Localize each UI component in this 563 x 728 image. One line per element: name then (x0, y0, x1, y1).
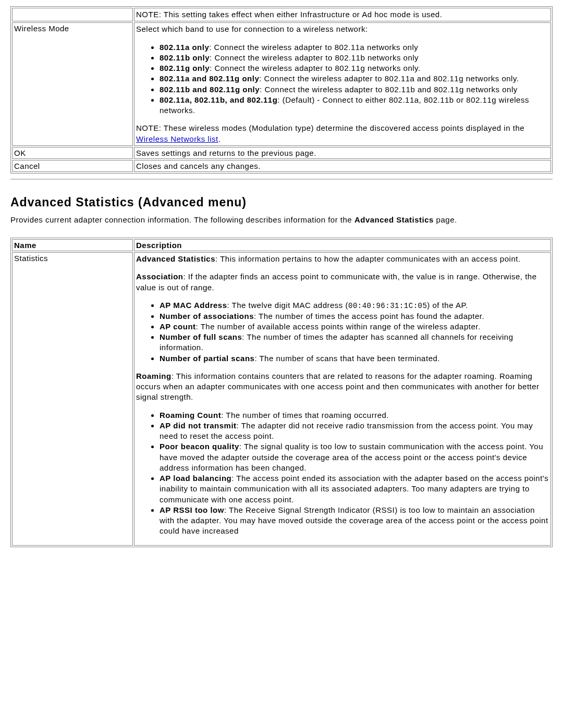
wireless-networks-link[interactable]: Wireless Networks list (136, 134, 218, 143)
list-item: Poor beacon quality: The signal quality … (160, 441, 549, 473)
list-item: Number of associations: The number of ti… (160, 311, 549, 322)
table-row: OK Saves settings and returns to the pre… (12, 147, 551, 159)
roaming-list: Roaming Count: The number of times that … (136, 410, 549, 537)
table-row: Cancel Closes and cancels any changes. (12, 160, 551, 172)
section-intro: Provides current adapter connection info… (10, 215, 553, 225)
list-item: AP load balancing: The access point ende… (160, 473, 549, 505)
setting-desc-cell: Saves settings and returns to the previo… (134, 147, 551, 159)
table-header-row: Name Description (12, 239, 551, 251)
intro-text: Select which band to use for connection … (136, 24, 549, 34)
note-text: NOTE: These wireless modes (Modulation t… (136, 123, 549, 144)
wireless-mode-list: 802.11a only: Connect the wireless adapt… (136, 42, 549, 116)
paragraph: Roaming: This information contains count… (136, 371, 549, 403)
section-heading: Advanced Statistics (Advanced menu) (10, 195, 553, 209)
column-header: Description (134, 239, 551, 251)
list-item: 802.11a and 802.11g only: Connect the wi… (160, 73, 549, 84)
statistics-table: Name Description Statistics Advanced Sta… (10, 238, 553, 547)
setting-desc-cell: Closes and cancels any changes. (134, 160, 551, 172)
association-list: AP MAC Address: The twelve digit MAC add… (136, 300, 549, 364)
list-item: 802.11a only: Connect the wireless adapt… (160, 42, 549, 53)
list-item: AP MAC Address: The twelve digit MAC add… (160, 300, 549, 311)
list-item: 802.11b only: Connect the wireless adapt… (160, 53, 549, 63)
list-item: AP count: The number of available access… (160, 322, 549, 332)
list-item: 802.11b and 802.11g only: Connect the wi… (160, 84, 549, 95)
setting-name-cell: Wireless Mode (12, 22, 133, 146)
stat-desc-cell: Advanced Statistics: This information pe… (134, 252, 551, 546)
column-header: Name (12, 239, 133, 251)
list-item: Roaming Count: The number of times that … (160, 410, 549, 421)
stat-name-cell: Statistics (12, 252, 133, 546)
list-item: Number of partial scans: The number of s… (160, 353, 549, 364)
table-row: Wireless Mode Select which band to use f… (12, 22, 551, 146)
list-item: AP did not transmit: The adapter did not… (160, 421, 549, 442)
table-row: NOTE: This setting takes effect when eit… (12, 8, 551, 21)
setting-desc-cell: NOTE: This setting takes effect when eit… (134, 8, 551, 21)
list-item: AP RSSI too low: The Receive Signal Stre… (160, 505, 549, 537)
paragraph: Advanced Statistics: This information pe… (136, 254, 549, 264)
table-row: Statistics Advanced Statistics: This inf… (12, 252, 551, 546)
note-text: NOTE: This setting takes effect when eit… (136, 9, 549, 20)
list-item: 802.11a, 802.11b, and 802.11g: (Default)… (160, 95, 549, 116)
setting-name-cell (12, 8, 133, 21)
list-item: Number of full scans: The number of time… (160, 332, 549, 353)
list-item: 802.11g only: Connect the wireless adapt… (160, 63, 549, 73)
setting-name-cell: Cancel (12, 160, 133, 172)
paragraph: Association: If the adapter finds an acc… (136, 272, 549, 293)
setting-desc-cell: Select which band to use for connection … (134, 22, 551, 146)
setting-name-cell: OK (12, 147, 133, 159)
section-divider (10, 179, 553, 180)
settings-table: NOTE: This setting takes effect when eit… (10, 6, 553, 174)
